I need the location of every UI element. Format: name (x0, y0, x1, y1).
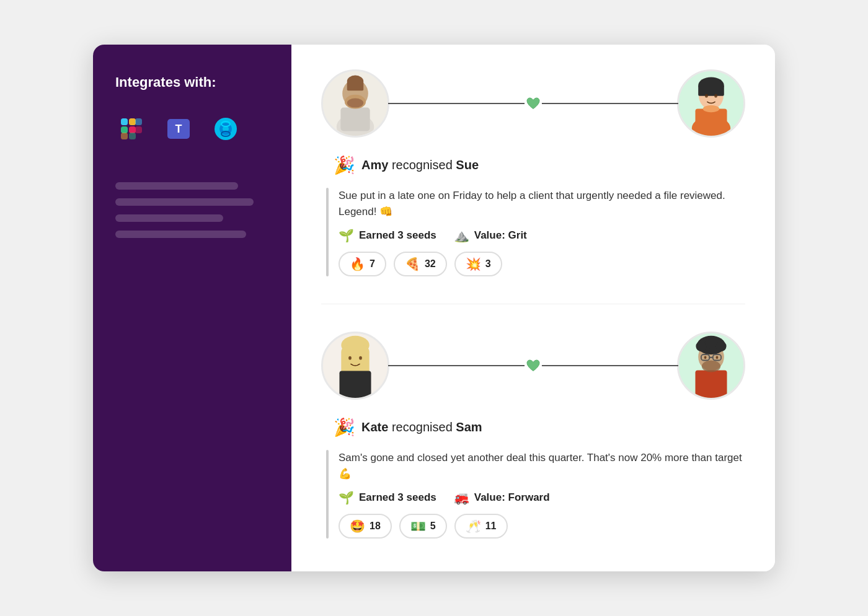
reaction-count-2-0: 18 (370, 521, 381, 532)
placeholder-bars (115, 182, 269, 238)
seeds-value-row-1: 🌱 Earned 3 seeds ⛰️ Value: Grit (339, 228, 745, 243)
reaction-pill-1-2[interactable]: 💥 3 (454, 252, 502, 276)
reaction-count-1-2: 3 (485, 258, 491, 270)
reaction-pill-1-1[interactable]: 🍕 32 (394, 252, 447, 276)
to-user-1: Sue (456, 158, 479, 172)
svg-point-44 (706, 337, 717, 349)
value-label-2: Value: Forward (474, 491, 550, 504)
svg-point-30 (705, 94, 708, 98)
kate-silhouette (323, 333, 388, 398)
recognition-card-2: 🎉 Kate recognised Sam Sam's gone and clo… (321, 332, 745, 539)
svg-point-46 (702, 360, 720, 372)
reaction-pill-2-0[interactable]: 🤩 18 (339, 514, 392, 539)
reactions-row-1: 🔥 7 🍕 32 💥 3 (339, 252, 745, 276)
svg-point-22 (347, 98, 363, 107)
amy-silhouette (323, 71, 388, 136)
reaction-emoji-2-0: 🤩 (350, 519, 365, 534)
svg-rect-20 (340, 108, 370, 131)
sue-silhouette (679, 71, 743, 136)
message-content-1: Sue put in a late one on Friday to help … (339, 188, 745, 276)
seeds-value-row-2: 🌱 Earned 3 seeds 🚒 Value: Forward (339, 490, 745, 505)
recognition-emoji-2: 🎉 (334, 417, 355, 438)
right-panel: 🎉 Amy recognised Sue Sue put in a late o… (291, 45, 775, 571)
svg-rect-26 (698, 86, 724, 96)
avatar-kate (321, 332, 389, 400)
integrates-title: Integrates with: (115, 74, 269, 90)
reaction-count-1-0: 7 (370, 258, 375, 270)
recognition-header-1 (321, 69, 745, 138)
message-content-2: Sam's gone and closed yet another deal t… (339, 450, 745, 539)
svg-point-50 (704, 356, 707, 359)
reactions-row-2: 🤩 18 💵 5 🥂 11 (339, 514, 745, 539)
svg-point-37 (348, 356, 352, 360)
value-emoji-1: ⛰️ (454, 228, 469, 243)
value-item-2: 🚒 Value: Forward (454, 490, 550, 505)
placeholder-bar-3 (115, 214, 223, 222)
message-text-1: Sue put in a late one on Friday to help … (339, 188, 745, 219)
svg-text:T: T (175, 123, 182, 135)
recognition-label-2: 🎉 Kate recognised Sam (321, 417, 745, 438)
svg-point-31 (714, 94, 717, 98)
svg-point-29 (703, 105, 719, 112)
reaction-pill-1-0[interactable]: 🔥 7 (339, 252, 386, 276)
seeds-item-2: 🌱 Earned 3 seeds (339, 490, 436, 505)
recognition-card-1: 🎉 Amy recognised Sue Sue put in a late o… (321, 69, 745, 276)
heart-icon-2 (525, 357, 542, 374)
reaction-count-1-1: 32 (425, 258, 436, 270)
svg-rect-28 (695, 109, 727, 134)
avatar-sam (677, 332, 745, 400)
seeds-emoji-2: 🌱 (339, 490, 354, 505)
from-user-2: Kate (361, 420, 388, 434)
svg-rect-36 (339, 371, 371, 398)
webex-icon (210, 113, 242, 145)
reaction-emoji-1-1: 🍕 (405, 257, 420, 271)
svg-rect-45 (695, 371, 727, 398)
heart-icon-1 (525, 95, 542, 112)
reaction-pill-2-2[interactable]: 🥂 11 (454, 514, 508, 539)
connector-1 (388, 103, 678, 104)
recognised-label-1: recognised (392, 158, 456, 172)
recognition-emoji-1: 🎉 (334, 155, 355, 175)
svg-rect-5 (135, 118, 142, 125)
placeholder-bar-4 (115, 231, 246, 238)
seeds-emoji-1: 🌱 (339, 228, 354, 243)
reaction-emoji-2-1: 💵 (410, 519, 426, 534)
svg-rect-18 (347, 81, 363, 90)
vertical-line-2 (326, 450, 329, 539)
placeholder-bar-2 (115, 198, 254, 206)
svg-point-42 (696, 341, 706, 351)
from-user-1: Amy (361, 158, 388, 172)
message-text-2: Sam's gone and closed yet another deal t… (339, 450, 745, 482)
svg-rect-3 (129, 126, 136, 133)
svg-rect-2 (129, 118, 136, 125)
recognised-label-2: recognised (392, 420, 456, 434)
value-emoji-2: 🚒 (454, 490, 469, 505)
message-block-1: Sue put in a late one on Friday to help … (321, 188, 745, 276)
value-label-1: Value: Grit (474, 229, 527, 242)
placeholder-bar-1 (115, 182, 238, 190)
reaction-emoji-1-0: 🔥 (350, 257, 365, 271)
avatar-sue (677, 69, 745, 138)
recognition-text-1: Amy recognised Sue (361, 158, 479, 172)
left-panel: Integrates with: (93, 45, 291, 571)
recognition-text-2: Kate recognised Sam (361, 420, 482, 434)
svg-point-43 (716, 341, 727, 351)
reaction-emoji-1-2: 💥 (466, 257, 481, 271)
avatar-amy (321, 69, 389, 138)
teams-icon: T (162, 113, 195, 145)
main-card: Integrates with: (93, 45, 775, 571)
recognition-header-2 (321, 332, 745, 400)
slack-icon (115, 113, 148, 145)
svg-rect-4 (121, 133, 128, 139)
to-user-2: Sam (456, 420, 482, 434)
reaction-count-2-1: 5 (430, 521, 436, 532)
svg-rect-7 (129, 133, 136, 139)
svg-point-51 (716, 356, 719, 359)
seeds-item-1: 🌱 Earned 3 seeds (339, 228, 436, 243)
divider (321, 304, 745, 304)
reaction-pill-2-1[interactable]: 💵 5 (399, 514, 447, 539)
sam-silhouette (679, 333, 743, 398)
message-block-2: Sam's gone and closed yet another deal t… (321, 450, 745, 539)
reaction-count-2-2: 11 (485, 521, 497, 532)
svg-rect-1 (121, 126, 128, 133)
